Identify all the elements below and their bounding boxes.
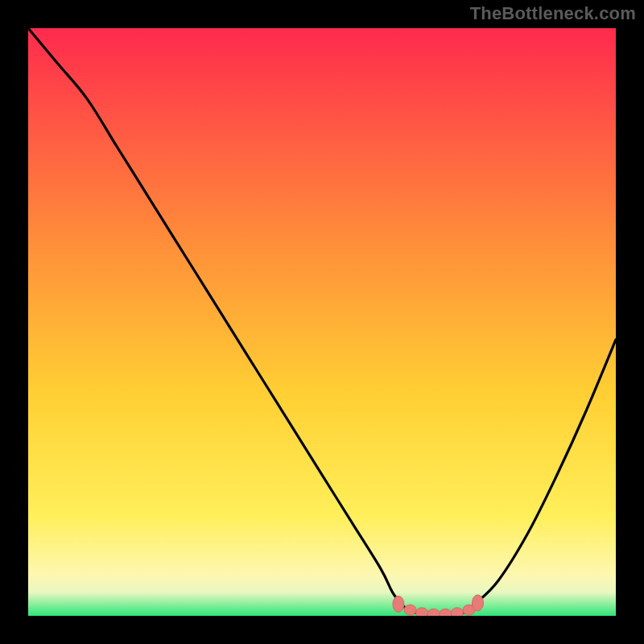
- optimal-marker: [416, 608, 428, 616]
- attribution-text: TheBottleneck.com: [470, 3, 636, 24]
- optimal-marker: [393, 596, 404, 612]
- gradient-background: [28, 28, 616, 616]
- optimal-marker: [451, 608, 463, 616]
- optimal-marker: [472, 595, 483, 611]
- optimal-marker: [427, 609, 440, 616]
- bottleneck-chart: [28, 28, 616, 616]
- optimal-marker: [440, 609, 452, 616]
- chart-frame: TheBottleneck.com: [0, 0, 644, 644]
- optimal-marker: [404, 605, 416, 615]
